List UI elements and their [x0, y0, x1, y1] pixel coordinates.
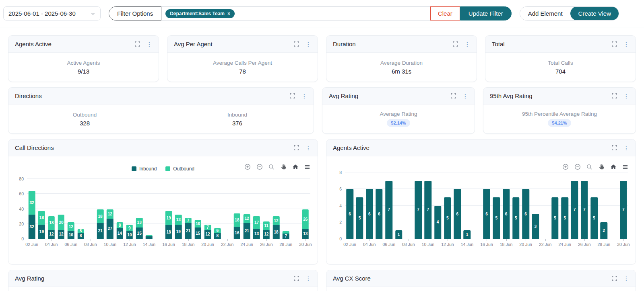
bar-segment: 12	[68, 222, 74, 231]
bar-segment: 12	[204, 230, 211, 239]
y-tick-label: 6	[330, 186, 342, 191]
fullscreen-icon[interactable]	[294, 41, 299, 47]
kebab-menu-icon[interactable]: ⋮	[305, 41, 311, 47]
bar-segment: 7	[571, 181, 578, 239]
stat-card-row: Agents Active ⋮ Active Agents 9/13 Avg P…	[8, 35, 636, 82]
kebab-menu-icon[interactable]: ⋮	[462, 93, 468, 99]
zoom-in-icon[interactable]	[244, 164, 251, 170]
bar-value-label: 13	[254, 232, 259, 236]
zoom-in-icon[interactable]	[562, 164, 569, 170]
bar-segment: 4	[434, 206, 441, 239]
x-tick-label: 06 Jun	[382, 242, 395, 247]
bar-value-label: 7	[622, 207, 625, 212]
secondary-card-row: Directions ⋮ Outbound 328 Inbound 376 A	[8, 87, 636, 134]
x-tick-mark	[604, 239, 604, 241]
bar-value-label: 12	[274, 219, 278, 223]
box-zoom-icon[interactable]	[586, 164, 592, 170]
card-header: Call Directions ⋮	[8, 139, 318, 156]
fullscreen-icon[interactable]	[612, 93, 617, 98]
bar-value-label: 19	[176, 230, 181, 234]
fullscreen-icon[interactable]	[453, 41, 458, 47]
bar-segment: 21	[97, 223, 104, 239]
y-tick-label: 80	[12, 176, 24, 181]
kebab-menu-icon[interactable]: ⋮	[623, 276, 629, 281]
x-tick-label: 30 Jun	[617, 242, 630, 247]
bar-segment: 5	[561, 197, 568, 239]
fullscreen-icon[interactable]	[290, 93, 295, 98]
update-filter-button[interactable]: Update Filter	[460, 6, 512, 20]
bar-value-label: 5	[564, 216, 566, 220]
menu-icon[interactable]	[622, 164, 628, 170]
date-range-value: 2025-06-01 - 2025-06-30	[8, 10, 76, 17]
zoom-out-icon[interactable]	[256, 164, 263, 170]
x-tick-mark	[409, 239, 409, 241]
bar-value-label: 12	[59, 232, 63, 236]
card-title: Agents Active	[15, 41, 52, 47]
card-agents-active: Agents Active ⋮ Active Agents 9/13	[8, 35, 159, 82]
bar-value-label: 12	[69, 225, 73, 229]
kebab-menu-icon[interactable]: ⋮	[464, 41, 470, 47]
card-header: Directions ⋮	[8, 88, 314, 105]
bar-segment: 19	[175, 225, 182, 239]
box-zoom-icon[interactable]	[268, 164, 275, 170]
fullscreen-icon[interactable]	[294, 276, 299, 281]
bar-value-label: 18	[98, 214, 103, 219]
card-95th-avg-rating: 95th Avg Rating ⋮ 95th Percentile Averag…	[483, 87, 636, 134]
filter-tags-area[interactable]: Department:Sales Team ×	[161, 6, 430, 20]
bar-value-label: 6	[378, 212, 380, 216]
kebab-menu-icon[interactable]: ⋮	[623, 41, 629, 47]
card-header: Avg CX Score ⋮	[326, 270, 636, 287]
menu-icon[interactable]	[304, 164, 310, 170]
kebab-menu-icon[interactable]: ⋮	[305, 276, 311, 281]
x-tick-mark	[545, 239, 546, 241]
inbound-stat: Inbound 376	[161, 105, 314, 133]
legend-item-inbound[interactable]: Inbound	[132, 166, 157, 172]
fullscreen-icon[interactable]	[612, 145, 617, 150]
home-icon[interactable]	[610, 164, 617, 170]
bar-value-label: 13	[176, 217, 181, 222]
rating-badge: 54.21%	[548, 119, 571, 127]
fullscreen-icon[interactable]	[294, 145, 299, 150]
bar-segment: 8	[116, 222, 123, 228]
bar-segment: 6	[483, 189, 490, 239]
y-tick-label: 0	[330, 236, 342, 241]
clear-button[interactable]: Clear	[430, 6, 460, 20]
gridline	[27, 209, 310, 209]
bar-value-label: 5	[515, 216, 517, 220]
remove-tag-icon[interactable]: ×	[227, 11, 230, 16]
kebab-menu-icon[interactable]: ⋮	[305, 145, 311, 151]
stat-value: 328	[80, 120, 90, 127]
bar-segment	[146, 235, 153, 237]
x-tick-mark	[506, 239, 507, 241]
top-toolbar: 2025-06-01 - 2025-06-30 Filter Options D…	[0, 0, 644, 27]
fullscreen-icon[interactable]	[612, 41, 617, 47]
kebab-menu-icon[interactable]: ⋮	[301, 93, 307, 99]
bar-value-label: 1	[466, 232, 469, 237]
fullscreen-icon[interactable]	[612, 276, 617, 281]
y-tick-label: 8	[330, 170, 342, 175]
add-element-button[interactable]: Add Element	[520, 7, 571, 20]
x-axis: 02 Jun04 Jun06 Jun08 Jun10 Jun12 Jun14 J…	[345, 239, 628, 248]
pan-icon[interactable]	[280, 164, 287, 170]
filter-options-button[interactable]: Filter Options	[109, 6, 161, 20]
home-icon[interactable]	[292, 164, 299, 170]
card-avg-rating-chart: Avg Rating ⋮	[8, 270, 318, 291]
x-tick-mark	[389, 239, 389, 241]
legend-item-outbound[interactable]: Outbound	[165, 166, 194, 172]
zoom-out-icon[interactable]	[574, 164, 581, 170]
bar-segment: 18	[97, 209, 104, 223]
date-range-select[interactable]: 2025-06-01 - 2025-06-30	[3, 6, 101, 20]
bar-segment: 20	[58, 215, 65, 230]
stat-label: Average Duration	[380, 60, 423, 66]
fullscreen-icon[interactable]	[451, 93, 456, 98]
x-tick-mark	[584, 239, 585, 241]
kebab-menu-icon[interactable]: ⋮	[623, 93, 629, 99]
create-view-button[interactable]: Create View	[570, 6, 619, 20]
kebab-menu-icon[interactable]: ⋮	[623, 145, 629, 151]
kebab-menu-icon[interactable]: ⋮	[147, 41, 152, 47]
x-tick-mark	[487, 239, 487, 241]
bar-segment	[146, 236, 153, 239]
pan-icon[interactable]	[598, 164, 605, 170]
fullscreen-icon[interactable]	[135, 41, 140, 47]
card-header: Duration ⋮	[326, 36, 477, 53]
